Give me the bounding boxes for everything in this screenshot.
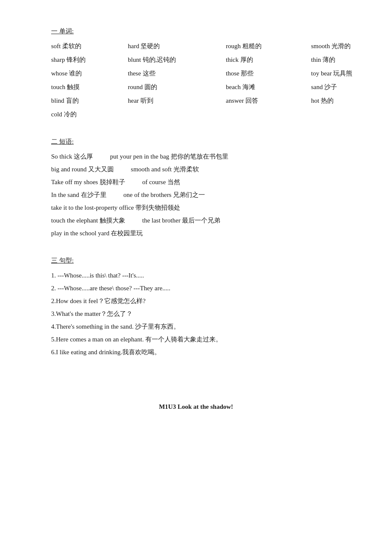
vocab-grid: soft 柔软的 hard 坚硬的 rough 粗糙的 smooth 光滑的 s… [51,40,341,121]
vocab-item: beach 海滩 [226,81,311,93]
sentence-row: 1. ---Whose.....is this\ that? ---It's..… [51,269,341,282]
sentence-row: 4.There's something in the sand. 沙子里有东西。 [51,320,341,333]
phrase-item: one of the brothers 兄弟们之一 [124,188,205,201]
vocab-item: thin 薄的 [311,53,392,66]
phrase-row: In the sand 在沙子里 one of the brothers 兄弟们… [51,188,341,201]
vocab-section: 一 单词: soft 柔软的 hard 坚硬的 rough 粗糙的 smooth… [51,26,341,121]
phrase-item: smooth and soft 光滑柔软 [131,163,199,176]
vocab-item: hard 坚硬的 [128,40,226,52]
vocab-item: answer 回答 [226,94,311,107]
sentence-row: 6.I like eating and drinking.我喜欢吃喝。 [51,346,341,358]
vocab-item: sharp 锋利的 [51,53,128,66]
sentences-title: 三 句型: [51,255,341,266]
sentences-section: 三 句型: 1. ---Whose.....is this\ that? ---… [51,255,341,358]
vocab-item: cold 冷的 [51,108,128,121]
vocab-item [128,108,226,121]
vocab-item: touch 触摸 [51,81,128,93]
phrase-item: touch the elephant 触摸大象 [51,214,125,227]
phrase-item: In the sand 在沙子里 [51,188,107,201]
vocab-item: thick 厚的 [226,53,311,66]
vocab-item: blunt 钝的,迟钝的 [128,53,226,66]
phrase-item: put your pen in the bag 把你的笔放在书包里 [110,150,228,163]
phrase-item: play in the school yard 在校园里玩 [51,227,143,240]
footer-title: M1U3 Look at the shadow! [51,384,341,413]
vocab-item-these: these 这些 [128,67,226,80]
phrase-item: take it to the lost-property office 带到失物… [51,201,180,214]
phrase-row: touch the elephant 触摸大象 the last brother… [51,214,341,227]
vocab-title: 一 单词: [51,26,341,37]
phrase-item: of course 当然 [142,176,180,188]
vocab-item: toy bear 玩具熊 [311,67,392,80]
vocab-item [226,108,311,121]
vocab-item: round 圆的 [128,81,226,93]
phrase-row: Take off my shoes 脱掉鞋子 of course 当然 [51,176,341,188]
phrase-row: So thick 这么厚 put your pen in the bag 把你的… [51,150,341,163]
vocab-item: blind 盲的 [51,94,128,107]
vocab-item: those 那些 [226,67,311,80]
vocab-item: sand 沙子 [311,81,392,93]
sentence-row: 2.How does it feel？它感觉怎么样? [51,295,341,307]
phrase-item: big and round 又大又圆 [51,163,114,176]
phrase-row: play in the school yard 在校园里玩 [51,227,341,240]
vocab-item: soft 柔软的 [51,40,128,52]
phrase-item: So thick 这么厚 [51,150,93,163]
phrases-title: 二 短语: [51,136,341,147]
vocab-item [311,108,392,121]
vocab-item: smooth 光滑的 [311,40,392,52]
sentence-row: 2. ---Whose.....are these\ those? ---The… [51,282,341,295]
sentence-row: 3.What's the matter？怎么了？ [51,307,341,320]
vocab-item: rough 粗糙的 [226,40,311,52]
phrase-row: big and round 又大又圆 smooth and soft 光滑柔软 [51,163,341,176]
vocab-item: whose 谁的 [51,67,128,80]
sentence-row: 5.Here comes a man on an elephant. 有一个人骑… [51,333,341,346]
vocab-item: hear 听到 [128,94,226,107]
phrases-section: 二 短语: So thick 这么厚 put your pen in the b… [51,136,341,240]
phrase-item: Take off my shoes 脱掉鞋子 [51,176,125,188]
phrases-list: So thick 这么厚 put your pen in the bag 把你的… [51,150,341,240]
phrase-row: take it to the lost-property office 带到失物… [51,201,341,214]
phrase-item: the last brother 最后一个兄弟 [142,214,221,227]
vocab-item: hot 热的 [311,94,392,107]
sentences-list: 1. ---Whose.....is this\ that? ---It's..… [51,269,341,358]
